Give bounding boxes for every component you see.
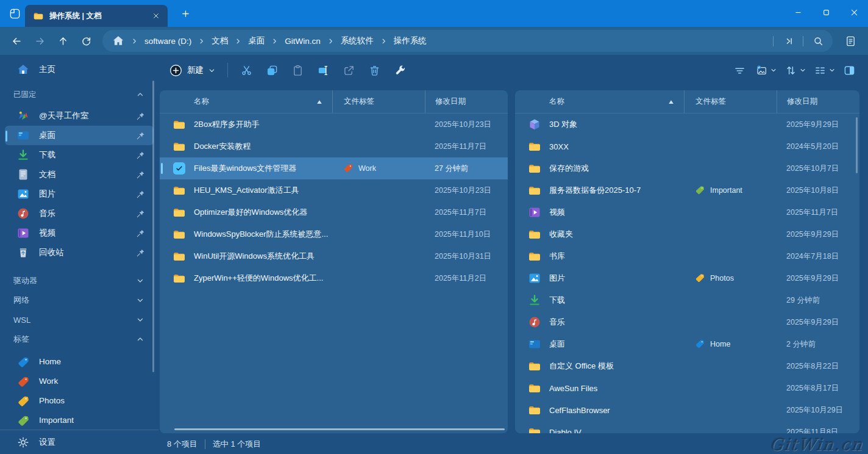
pin-icon[interactable] xyxy=(136,190,145,199)
files-logo-icon[interactable] xyxy=(5,4,24,23)
sidebar-section-pinned[interactable]: 已固定 xyxy=(5,87,154,103)
file-row[interactable]: CefFlashBrowser 2025年10月29日 xyxy=(515,399,859,421)
file-row[interactable]: 下载 29 分钟前 xyxy=(515,289,859,311)
file-row[interactable]: 书库 2024年7月18日 xyxy=(515,245,859,267)
file-row[interactable]: Optimizer最好的Windows优化器 2025年11月7日 xyxy=(160,201,508,223)
pin-icon[interactable] xyxy=(136,229,145,238)
sidebar-tag-Important[interactable]: Important xyxy=(5,410,154,430)
forward-button[interactable] xyxy=(28,31,51,51)
folder-icon xyxy=(34,11,43,21)
jump-to-icon[interactable] xyxy=(778,32,798,50)
file-row[interactable]: WindowsSpyBlocker防止系统被恶意... 2025年11月10日 xyxy=(160,223,508,245)
sidebar-item-desktop[interactable]: 桌面 xyxy=(5,126,154,145)
file-row[interactable]: 图片 Photos 2025年9月29日 xyxy=(515,267,859,289)
sidebar-group-WSL[interactable]: WSL xyxy=(5,310,154,330)
preview-pane-button[interactable] xyxy=(839,59,859,81)
file-row[interactable]: Docker安装教程 2025年11月7日 xyxy=(160,135,508,157)
file-row[interactable]: 服务器数据备份2025-10-7 Important 2025年10月8日 xyxy=(515,179,859,201)
breadcrumb-item[interactable]: software (D:) xyxy=(144,37,191,46)
home-icon[interactable] xyxy=(112,35,124,47)
breadcrumb-item[interactable]: 文档 xyxy=(212,35,228,46)
breadcrumb-item[interactable]: 桌面 xyxy=(248,35,265,46)
close-button[interactable] xyxy=(840,0,868,24)
sidebar-tag-Work[interactable]: Work xyxy=(5,371,154,391)
sidebar-scrollbar[interactable] xyxy=(152,81,154,372)
column-tag[interactable]: 文件标签 xyxy=(684,90,777,113)
breadcrumb-bar[interactable]: software (D:)文档桌面GitWin.cn系统软件操作系统 xyxy=(102,30,833,52)
vertical-scrollbar[interactable] xyxy=(856,117,858,173)
file-row[interactable]: Diablo IV 2025年11月8日 xyxy=(515,421,859,433)
new-button[interactable]: 新建 xyxy=(163,59,221,81)
sidebar-item-video[interactable]: 视频 xyxy=(5,223,154,243)
view-options-button[interactable] xyxy=(751,59,772,81)
sidebar-item-home[interactable]: 主页 xyxy=(5,60,154,80)
file-row[interactable]: ZyperWin++轻便的Windows优化工... 2025年11月2日 xyxy=(160,267,508,289)
file-row[interactable]: AweSun Files 2025年8月17日 xyxy=(515,377,859,399)
sidebar-tag-Photos[interactable]: Photos xyxy=(5,391,154,410)
breadcrumb-item[interactable]: 系统软件 xyxy=(341,35,374,46)
file-row[interactable]: 视频 2025年11月7日 xyxy=(515,201,859,223)
sidebar-item-studio[interactable]: @天寻工作室 xyxy=(5,106,154,126)
file-row[interactable]: 桌面 Home 2 分钟前 xyxy=(515,333,859,355)
sort-button[interactable] xyxy=(780,59,801,81)
maximize-button[interactable] xyxy=(812,0,840,24)
file-list: 2Box程序多开助手 2025年10月23日 Docker安装教程 2025年1… xyxy=(160,114,508,289)
cut-button[interactable] xyxy=(234,59,258,81)
file-row[interactable]: 30XX 2024年5月20日 xyxy=(515,135,859,157)
pin-icon[interactable] xyxy=(136,151,145,160)
file-row[interactable]: 收藏夹 2025年9月29日 xyxy=(515,223,859,245)
column-date[interactable]: 修改日期 xyxy=(425,90,508,113)
minimize-button[interactable] xyxy=(784,0,812,24)
sidebar-item-music[interactable]: 音乐 xyxy=(5,204,154,223)
column-name[interactable]: 名称 xyxy=(515,90,684,113)
file-row[interactable]: 3D 对象 2025年9月29日 xyxy=(515,114,859,135)
paste-button[interactable] xyxy=(285,59,310,81)
tab-close-icon[interactable] xyxy=(149,9,163,23)
refresh-button[interactable] xyxy=(74,31,98,51)
sidebar-group-网络[interactable]: 网络 xyxy=(5,290,154,310)
search-icon[interactable] xyxy=(808,32,828,50)
copy-button[interactable] xyxy=(260,59,284,81)
file-date: 2024年7月18日 xyxy=(777,251,859,262)
sidebar-item-settings[interactable]: 设置 xyxy=(5,432,154,453)
sidebar-item-pictures[interactable]: 图片 xyxy=(5,184,154,204)
rename-button[interactable] xyxy=(311,59,335,81)
sidebar-group-驱动器[interactable]: 驱动器 xyxy=(5,271,154,290)
tab-active[interactable]: 操作系统 | 文档 xyxy=(25,5,168,27)
pin-icon[interactable] xyxy=(136,248,145,258)
file-row[interactable]: WinUtil开源Windows系统优化工具 2025年10月31日 xyxy=(160,245,508,267)
file-row[interactable]: 2Box程序多开助手 2025年10月23日 xyxy=(160,114,508,135)
file-row[interactable]: Files最美windows文件管理器 Work 27 分钟前 xyxy=(160,157,508,179)
sidebar-item-document[interactable]: 文档 xyxy=(5,165,154,184)
file-row[interactable]: 自定义 Office 模板 2025年8月22日 xyxy=(515,355,859,377)
column-tag[interactable]: 文件标签 xyxy=(332,90,425,113)
sidebar-tag-Home[interactable]: Home xyxy=(5,351,154,371)
column-date[interactable]: 修改日期 xyxy=(777,90,859,113)
up-button[interactable] xyxy=(51,31,74,51)
sidebar-item-download[interactable]: 下载 xyxy=(5,145,154,165)
pin-icon[interactable] xyxy=(136,209,145,218)
file-row[interactable]: 保存的游戏 2025年10月7日 xyxy=(515,157,859,179)
filter-button[interactable] xyxy=(729,59,750,81)
pin-icon[interactable] xyxy=(136,170,145,179)
column-name[interactable]: 名称 xyxy=(160,90,332,113)
pin-icon[interactable] xyxy=(136,112,145,121)
horizontal-scrollbar[interactable] xyxy=(174,428,505,431)
checkbox-checked[interactable] xyxy=(173,162,185,175)
back-button[interactable] xyxy=(5,31,28,51)
notes-icon[interactable] xyxy=(839,31,862,51)
items-count: 8 个项目 xyxy=(167,439,197,450)
delete-button[interactable] xyxy=(362,59,386,81)
breadcrumb-item[interactable]: GitWin.cn xyxy=(285,37,321,46)
sidebar-group-标签[interactable]: 标签 xyxy=(5,330,154,349)
details-view-button[interactable] xyxy=(809,59,830,81)
divider xyxy=(227,63,228,77)
breadcrumb-item[interactable]: 操作系统 xyxy=(394,35,427,46)
file-row[interactable]: 音乐 2025年9月29日 xyxy=(515,311,859,333)
sidebar-item-recycle[interactable]: 回收站 xyxy=(5,243,154,262)
pin-icon[interactable] xyxy=(136,131,145,140)
share-button[interactable] xyxy=(336,59,361,81)
file-row[interactable]: HEU_KMS_Activator激活工具 2025年10月23日 xyxy=(160,179,508,201)
properties-button[interactable] xyxy=(388,59,412,81)
new-tab-button[interactable] xyxy=(176,4,194,23)
